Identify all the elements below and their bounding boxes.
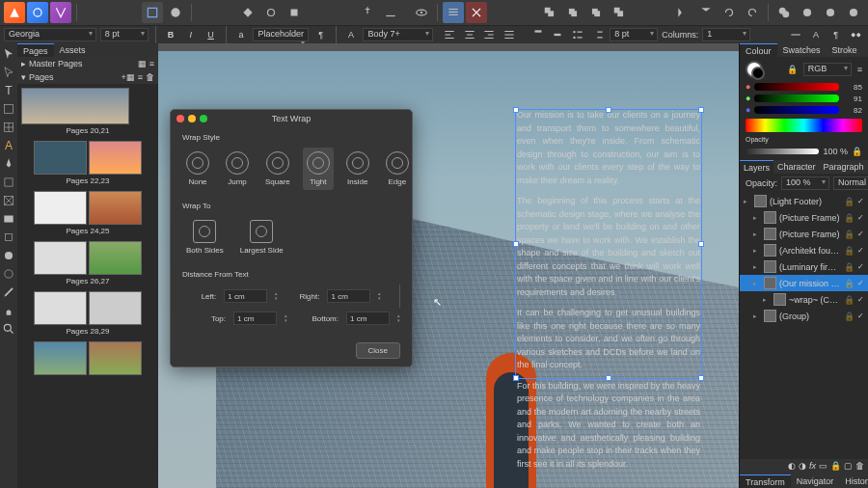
close-button[interactable]: Close — [356, 342, 400, 359]
handle-b[interactable] — [606, 375, 611, 381]
expand-arrow-icon[interactable]: ▸ — [753, 230, 761, 238]
columns-select[interactable]: 1 — [702, 28, 750, 41]
delete-layer-icon[interactable]: 🗑 — [855, 461, 864, 473]
layer-item[interactable]: ▸(Picture Frame)🔒✓ — [740, 226, 868, 242]
handle-l[interactable] — [513, 241, 519, 247]
tabstops-icon[interactable] — [788, 24, 804, 45]
expand-arrow-icon[interactable]: ▸ — [753, 312, 761, 320]
underline-icon[interactable]: U — [203, 24, 219, 45]
spinner-icon[interactable]: ▴▾ — [285, 313, 287, 323]
size-select[interactable]: 8 pt — [100, 28, 149, 41]
spinner-icon[interactable]: ▴▾ — [378, 291, 381, 301]
wrap-none[interactable]: None — [182, 148, 213, 190]
stroke-tab[interactable]: Stroke — [827, 43, 863, 57]
layer-visible-check[interactable]: ✓ — [857, 279, 864, 287]
add-layer-icon[interactable]: ▢ — [844, 461, 853, 473]
colour-tab[interactable]: Colour — [740, 43, 777, 57]
arrange-front-icon[interactable] — [609, 2, 630, 23]
layer-item[interactable]: ▸(Our mission is to take our)🔒✓ — [740, 275, 868, 291]
close-window-icon[interactable] — [176, 115, 184, 122]
add-master-icon[interactable]: ▦ — [138, 59, 147, 68]
frame-text-tool-icon[interactable] — [0, 100, 17, 118]
char-panel-icon[interactable]: A — [808, 24, 825, 45]
page-thumb-4l[interactable] — [34, 241, 87, 275]
spinner-icon[interactable]: ▴▾ — [397, 313, 400, 323]
flip-h-icon[interactable] — [672, 2, 693, 23]
expand-arrow-icon[interactable]: ▸ — [753, 247, 761, 255]
layer-visible-check[interactable]: ✓ — [857, 246, 864, 255]
swatches-tab[interactable]: Swatches — [777, 43, 827, 57]
text-tool-icon[interactable]: T — [0, 82, 17, 99]
colour-swatch-icon[interactable] — [746, 61, 763, 78]
blend-mode-select[interactable]: Normal — [833, 176, 868, 190]
page-thumb-5l[interactable] — [34, 291, 87, 325]
shape-tool-icon[interactable] — [0, 174, 17, 191]
rotate-ccw-icon[interactable] — [719, 2, 740, 23]
persona-btn-1[interactable] — [142, 2, 163, 23]
layer-visible-check[interactable]: ✓ — [857, 197, 864, 205]
layer-item[interactable]: ▸(Group)🔒✓ — [740, 308, 868, 324]
dialog-titlebar[interactable]: Text Wrap — [171, 110, 412, 127]
artistic-text-icon[interactable]: A — [0, 137, 17, 154]
green-slider[interactable] — [754, 95, 839, 102]
spinner-icon[interactable]: ▴▾ — [275, 291, 278, 301]
move-tool-icon[interactable] — [0, 45, 17, 63]
lock-layer-icon[interactable]: 🔒 — [830, 461, 841, 473]
align-right-icon[interactable] — [481, 24, 498, 45]
flip-v-icon[interactable] — [695, 2, 717, 23]
lock-icon[interactable]: 🔒 — [787, 65, 798, 74]
placeholder-select[interactable]: Placeholder — [253, 28, 309, 41]
wrap-inside[interactable]: Inside — [342, 148, 373, 190]
colour-mode-select[interactable]: RGB — [803, 63, 852, 76]
edit-all-icon[interactable]: ▭ — [819, 461, 827, 473]
page-thumb-2r[interactable] — [89, 141, 142, 175]
handle-tr[interactable] — [698, 107, 704, 113]
arrange-backward-icon[interactable] — [562, 2, 583, 23]
hue-strip[interactable] — [746, 119, 862, 132]
expand-arrow-icon[interactable]: ▸ — [753, 280, 761, 287]
handle-tl[interactable] — [513, 107, 519, 113]
arrange-forward-icon[interactable] — [585, 2, 607, 23]
layer-item[interactable]: ▸(Picture Frame)🔒✓ — [740, 209, 868, 226]
bool-add-icon[interactable] — [773, 2, 795, 23]
layer-lock-icon[interactable]: 🔒 — [844, 230, 854, 239]
view-tool-icon[interactable] — [0, 302, 17, 319]
fill-tool-icon[interactable] — [0, 247, 17, 264]
colour-picker-icon[interactable] — [0, 284, 17, 301]
red-slider[interactable] — [754, 83, 839, 91]
layer-lock-icon[interactable]: 🔒 — [844, 197, 854, 206]
layers-tab[interactable]: Layers — [740, 160, 773, 174]
bold-icon[interactable]: B — [163, 24, 179, 45]
canvas[interactable]: Luminary firm reachesnew heights with Ou… — [158, 43, 739, 488]
page-thumb-6l[interactable] — [34, 341, 87, 375]
master-pages-header[interactable]: ▸Master Pages ▦ ≡ — [17, 57, 158, 70]
wrap-both-sides[interactable]: Both Sides — [182, 216, 228, 258]
layer-visible-check[interactable]: ✓ — [857, 230, 864, 238]
place-image-icon[interactable] — [0, 210, 17, 228]
handle-r[interactable] — [698, 241, 704, 247]
para-style-icon[interactable]: ¶ — [312, 24, 329, 45]
handle-t[interactable] — [606, 107, 611, 113]
wrap-tight[interactable]: Tight — [303, 148, 334, 190]
layer-opacity-select[interactable]: 100 % — [781, 176, 829, 190]
navigator-tab[interactable]: Navigator — [791, 474, 840, 488]
table-tool-icon[interactable] — [0, 119, 17, 136]
blue-slider[interactable] — [754, 106, 839, 114]
handle-bl[interactable] — [513, 375, 519, 381]
node-tool-icon[interactable] — [0, 64, 17, 81]
expand-arrow-icon[interactable]: ▸ — [753, 263, 761, 271]
transparency-tool-icon[interactable] — [0, 265, 17, 283]
panel-menu-icon[interactable]: ≡ — [857, 65, 862, 74]
app-photo-icon[interactable] — [27, 2, 48, 23]
wrap-icon[interactable] — [443, 2, 464, 23]
page-thumb-3r[interactable] — [89, 191, 142, 225]
delete-page-icon[interactable]: 🗑 — [146, 72, 154, 82]
layer-item[interactable]: ▸(Architekt founder Frank )🔒✓ — [740, 242, 868, 258]
character-tab[interactable]: Character — [773, 160, 820, 174]
layer-item[interactable]: ▸(Light Footer)🔒✓ — [740, 193, 868, 209]
bodystyle-select[interactable]: Body 7+ — [363, 28, 433, 41]
page-thumb-4r[interactable] — [89, 241, 142, 275]
dist-top-input[interactable] — [233, 312, 277, 325]
layer-visible-check[interactable]: ✓ — [857, 295, 864, 304]
style-icon[interactable]: A — [343, 24, 360, 45]
